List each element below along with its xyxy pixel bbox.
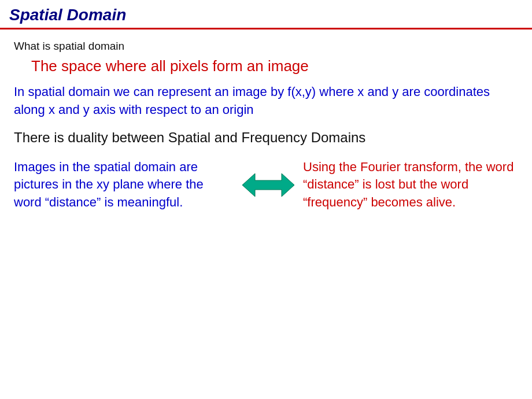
what-is-label: What is spatial domain [14, 40, 518, 53]
left-column-text: Images in the spatial domain are picture… [14, 158, 239, 212]
duality-text: There is duality between Spatial and Fre… [14, 130, 518, 146]
svg-marker-0 [242, 173, 294, 197]
bottom-section: Images in the spatial domain are picture… [14, 158, 518, 212]
right-column-text: Using the Fourier transform, the word “d… [297, 158, 518, 212]
page-title: Spatial Domain [9, 6, 126, 24]
page-header: Spatial Domain [0, 0, 532, 29]
arrow-container [239, 168, 297, 202]
blue-paragraph: In spatial domain we can represent an im… [14, 83, 518, 119]
red-subtitle: The space where all pixels form an image [31, 57, 518, 75]
main-content: What is spatial domain The space where a… [0, 29, 532, 217]
double-headed-arrow-icon [242, 168, 294, 202]
